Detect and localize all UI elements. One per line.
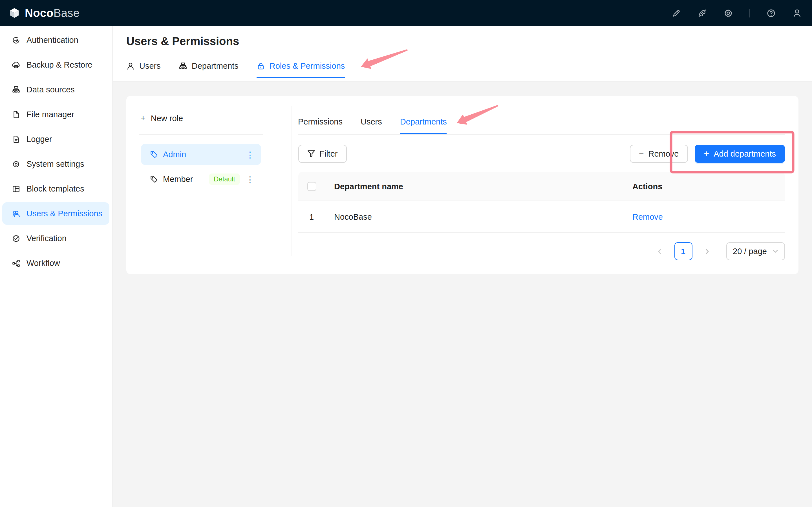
tab-roles-permissions[interactable]: Roles & Permissions bbox=[257, 55, 345, 78]
navbar-actions bbox=[672, 8, 812, 18]
new-role-button[interactable]: + New role bbox=[140, 112, 183, 124]
app-window: Noco Base bbox=[0, 0, 812, 507]
minus-icon: − bbox=[639, 149, 644, 158]
layout-icon bbox=[12, 184, 20, 193]
page-tabs: Users Departments bbox=[126, 55, 812, 78]
column-header-department-name: Department name bbox=[325, 182, 623, 191]
cluster-icon bbox=[12, 86, 20, 94]
new-role-label: New role bbox=[151, 114, 183, 122]
plugin-sidebar: Authentication Backup & Restore bbox=[0, 26, 113, 507]
sidebar-item-label: Data sources bbox=[27, 85, 75, 94]
column-header-actions: Actions bbox=[623, 182, 785, 191]
sidebar-item-label: Verification bbox=[27, 234, 66, 243]
remove-selected-button[interactable]: − Remove bbox=[630, 145, 688, 163]
sidebar-item-file-manager[interactable]: File manager bbox=[2, 103, 109, 126]
tag-icon bbox=[150, 151, 158, 158]
roles-divider bbox=[139, 134, 263, 134]
sidebar-item-logger[interactable]: Logger bbox=[2, 128, 109, 151]
sidebar-item-backup-restore[interactable]: Backup & Restore bbox=[2, 54, 109, 76]
pagination: 1 20 / page bbox=[298, 242, 785, 260]
lock-icon bbox=[257, 62, 265, 70]
role-name: Member bbox=[163, 175, 193, 184]
remove-row-link[interactable]: Remove bbox=[632, 212, 663, 221]
role-menu-dots-icon[interactable]: ⋮ bbox=[245, 150, 254, 159]
page-size-select[interactable]: 20 / page bbox=[726, 242, 785, 260]
department-name-cell: NocoBase bbox=[325, 212, 623, 221]
brand-name-bold: Noco bbox=[25, 6, 54, 19]
sidebar-item-block-templates[interactable]: Block templates bbox=[2, 177, 109, 200]
apartment-icon bbox=[179, 62, 187, 70]
departments-toolbar: Filter − Remove + Add departments bbox=[298, 145, 785, 163]
subtab-label: Permissions bbox=[298, 117, 343, 126]
sidebar-item-label: System settings bbox=[27, 159, 84, 168]
tab-label: Departments bbox=[192, 62, 239, 71]
sidebar-item-label: Workflow bbox=[27, 259, 60, 268]
page-title: Users & Permissions bbox=[126, 35, 812, 48]
sidebar-item-label: Logger bbox=[27, 135, 52, 144]
role-name: Admin bbox=[163, 150, 186, 159]
plus-icon: + bbox=[704, 149, 709, 158]
team-icon bbox=[12, 209, 20, 218]
remove-label: Remove bbox=[648, 149, 679, 158]
roles-card: + New role Admin ⋮ bbox=[126, 96, 799, 274]
sidebar-item-users-permissions[interactable]: Users & Permissions bbox=[2, 202, 109, 225]
tab-users[interactable]: Users bbox=[126, 55, 161, 78]
select-all-checkbox[interactable] bbox=[307, 182, 316, 191]
next-page-icon[interactable] bbox=[701, 242, 712, 260]
file-icon bbox=[12, 110, 20, 119]
api-plugin-icon[interactable] bbox=[698, 8, 707, 18]
brand-logo[interactable]: Noco Base bbox=[0, 6, 80, 19]
sidebar-item-label: Block templates bbox=[27, 184, 84, 193]
sidebar-item-system-settings[interactable]: System settings bbox=[2, 153, 109, 175]
cloud-server-icon bbox=[12, 61, 20, 69]
sidebar-item-authentication[interactable]: Authentication bbox=[2, 29, 109, 51]
settings-gear-icon[interactable] bbox=[723, 8, 733, 18]
departments-table: Department name Actions 1 NocoBase Remov… bbox=[298, 172, 785, 233]
help-circle-icon[interactable] bbox=[766, 8, 776, 18]
default-badge: Default bbox=[209, 173, 240, 185]
page-size-value: 20 / page bbox=[733, 247, 767, 256]
user-icon bbox=[126, 62, 135, 70]
tab-label: Roles & Permissions bbox=[269, 62, 345, 71]
add-departments-label: Add departments bbox=[714, 149, 776, 158]
tab-label: Users bbox=[139, 62, 161, 71]
previous-page-icon[interactable] bbox=[654, 242, 665, 260]
subtab-label: Users bbox=[361, 117, 382, 126]
sidebar-item-workflow[interactable]: Workflow bbox=[2, 252, 109, 274]
subtab-permissions[interactable]: Permissions bbox=[298, 111, 343, 134]
subtab-departments[interactable]: Departments bbox=[400, 111, 447, 134]
login-icon bbox=[12, 36, 20, 44]
file-text-icon bbox=[12, 135, 20, 144]
highlight-icon[interactable] bbox=[672, 8, 681, 18]
role-item-member[interactable]: Member Default ⋮ bbox=[141, 168, 261, 190]
sidebar-item-label: Authentication bbox=[27, 36, 79, 45]
chevron-down-icon bbox=[772, 249, 778, 253]
role-menu-dots-icon[interactable]: ⋮ bbox=[245, 175, 254, 183]
top-navbar: Noco Base bbox=[0, 0, 812, 26]
sidebar-item-label: File manager bbox=[27, 110, 74, 119]
page-header: Users & Permissions Users bbox=[113, 26, 812, 81]
row-index: 1 bbox=[298, 212, 325, 221]
filter-funnel-icon bbox=[307, 150, 315, 158]
add-departments-button[interactable]: + Add departments bbox=[695, 145, 785, 163]
page-number-button[interactable]: 1 bbox=[674, 242, 692, 260]
content-area: + New role Admin ⋮ bbox=[113, 81, 812, 507]
tab-departments[interactable]: Departments bbox=[179, 55, 239, 78]
filter-label: Filter bbox=[319, 149, 338, 158]
role-item-admin[interactable]: Admin ⋮ bbox=[141, 144, 261, 165]
subtab-users[interactable]: Users bbox=[361, 111, 382, 134]
nocobase-cube-icon bbox=[8, 6, 21, 19]
tag-icon bbox=[150, 175, 158, 183]
table-header-row: Department name Actions bbox=[298, 172, 785, 201]
sidebar-item-verification[interactable]: Verification bbox=[2, 227, 109, 249]
table-row: 1 NocoBase Remove bbox=[298, 201, 785, 233]
user-profile-icon[interactable] bbox=[792, 8, 802, 18]
gear-icon bbox=[12, 160, 20, 168]
subtab-label: Departments bbox=[400, 117, 447, 126]
sidebar-item-label: Users & Permissions bbox=[27, 209, 102, 218]
filter-button[interactable]: Filter bbox=[298, 145, 347, 163]
workflow-icon bbox=[12, 259, 20, 267]
sidebar-item-data-sources[interactable]: Data sources bbox=[2, 78, 109, 101]
plus-icon: + bbox=[140, 114, 146, 122]
navbar-divider bbox=[749, 9, 750, 17]
